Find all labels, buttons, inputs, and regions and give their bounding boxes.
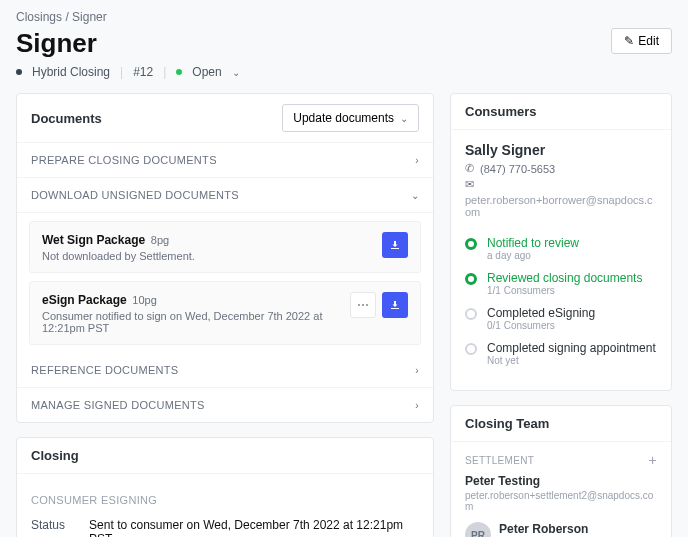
avatar: PR	[465, 522, 491, 537]
chevron-right-icon: ›	[415, 400, 419, 411]
ellipsis-icon: ⋯	[357, 298, 369, 312]
package-desc: Consumer notified to sign on Wed, Decemb…	[42, 310, 350, 334]
step-done-icon	[465, 273, 477, 285]
step-appt-sub: Not yet	[487, 355, 656, 366]
closing-card: Closing CONSUMER ESIGNING Status Sent to…	[16, 437, 434, 537]
manage-signed-row[interactable]: MANAGE SIGNED DOCUMENTS ›	[17, 388, 433, 422]
esign-package: eSign Package 10pg Consumer notified to …	[29, 281, 421, 345]
phone-icon: ✆	[465, 162, 474, 175]
reference-documents-row[interactable]: REFERENCE DOCUMENTS ›	[17, 353, 433, 388]
edit-button[interactable]: ✎ Edit	[611, 28, 672, 54]
closing-heading: Closing	[31, 448, 79, 463]
consumer-esigning-label: CONSUMER ESIGNING	[31, 494, 419, 506]
status-value: Sent to consumer on Wed, December 7th 20…	[89, 518, 419, 537]
step-pending-icon	[465, 308, 477, 320]
documents-heading: Documents	[31, 111, 102, 126]
consumer-name: Sally Signer	[465, 142, 657, 158]
closing-team-heading: Closing Team	[451, 406, 671, 442]
status-dot-icon	[176, 69, 182, 75]
step-esigning-sub: 0/1 Consumers	[487, 320, 595, 331]
download-button[interactable]	[382, 232, 408, 258]
more-button[interactable]: ⋯	[350, 292, 376, 318]
consumer-email: peter.roberson+borrower@snapdocs.com	[465, 194, 657, 218]
breadcrumb-current: Signer	[72, 10, 107, 24]
closing-status[interactable]: Open	[192, 65, 221, 79]
status-label: Status	[31, 518, 89, 537]
documents-card: Documents Update documents ⌄ PREPARE CLO…	[16, 93, 434, 423]
package-title: eSign Package	[42, 293, 127, 307]
closing-team-card: Closing Team SETTLEMENT + Peter Testing …	[450, 405, 672, 537]
page-title: Signer	[16, 28, 97, 59]
package-title: Wet Sign Package	[42, 233, 145, 247]
consumers-heading: Consumers	[465, 104, 537, 119]
step-notified-title: Notified to review	[487, 236, 579, 250]
chevron-down-icon[interactable]: ⌄	[232, 67, 240, 78]
package-pages: 10pg	[132, 294, 156, 306]
mail-icon: ✉	[465, 178, 474, 191]
chevron-right-icon: ›	[415, 365, 419, 376]
consumer-phone: (847) 770-5653	[480, 163, 555, 175]
step-reviewed-title: Reviewed closing documents	[487, 271, 642, 285]
meta-row: Hybrid Closing | #12 | Open ⌄	[16, 65, 672, 79]
breadcrumb-root[interactable]: Closings	[16, 10, 62, 24]
closing-number: #12	[133, 65, 153, 79]
download-unsigned-row[interactable]: DOWNLOAD UNSIGNED DOCUMENTS ⌄	[17, 178, 433, 213]
package-desc: Not downloaded by Settlement.	[42, 250, 195, 262]
step-notified-sub: a day ago	[487, 250, 579, 261]
add-settlement-button[interactable]: +	[649, 452, 657, 468]
step-appt-title: Completed signing appointment	[487, 341, 656, 355]
settlement-name: Peter Testing	[465, 474, 657, 488]
download-button[interactable]	[382, 292, 408, 318]
settlement-email: peter.roberson+settlement2@snapdocs.com	[465, 490, 657, 512]
chevron-right-icon: ›	[415, 155, 419, 166]
download-icon	[389, 299, 401, 311]
step-pending-icon	[465, 343, 477, 355]
wet-sign-package: Wet Sign Package 8pg Not downloaded by S…	[29, 221, 421, 273]
chevron-down-icon: ⌄	[400, 113, 408, 124]
pencil-icon: ✎	[624, 34, 634, 48]
step-reviewed-sub: 1/1 Consumers	[487, 285, 642, 296]
settlement-label: SETTLEMENT	[465, 455, 534, 466]
chevron-down-icon: ⌄	[411, 190, 419, 201]
update-documents-button[interactable]: Update documents ⌄	[282, 104, 419, 132]
consumer-timeline: Notified to review a day ago Reviewed cl…	[451, 236, 671, 390]
step-done-icon	[465, 238, 477, 250]
member-name: Peter Roberson	[499, 522, 657, 536]
consumers-card: Consumers Sally Signer ✆ (847) 770-5653 …	[450, 93, 672, 391]
breadcrumb: Closings / Signer	[16, 10, 672, 24]
prepare-documents-row[interactable]: PREPARE CLOSING DOCUMENTS ›	[17, 143, 433, 178]
package-pages: 8pg	[151, 234, 169, 246]
closing-type: Hybrid Closing	[32, 65, 110, 79]
step-esigning-title: Completed eSigning	[487, 306, 595, 320]
hybrid-dot-icon	[16, 69, 22, 75]
download-icon	[389, 239, 401, 251]
